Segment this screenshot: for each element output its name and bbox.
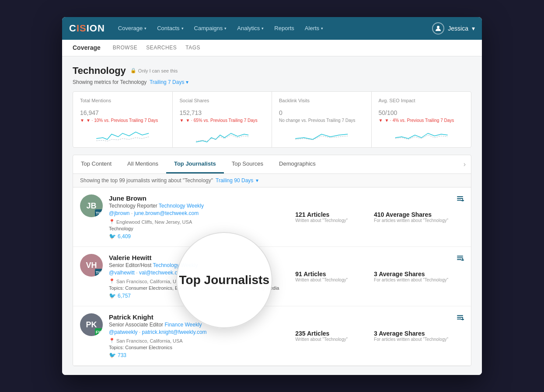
metric-label: Avg. SEO Impact	[379, 98, 464, 103]
dropdown-arrow-icon[interactable]: ▾	[256, 177, 258, 184]
journalist-contact: @patweekly · patrick.knight@fweekly.com	[109, 329, 295, 335]
subnav-tags[interactable]: TAGS	[185, 43, 200, 52]
journalist-location: 📍 Englewood Cliffs, New Jersey, USA	[109, 219, 295, 225]
articles-stat: 91 Articles Written about "Technology"	[295, 271, 348, 282]
twitter-followers: 6,757	[118, 293, 131, 299]
metrics-filter: Showing metrics for Technology Trailing …	[73, 79, 471, 85]
svg-rect-3	[457, 200, 461, 201]
scroll-right-icon[interactable]: ›	[458, 155, 471, 173]
tab-top-journalists[interactable]: Top Journalists	[166, 155, 224, 173]
svg-rect-5	[461, 200, 464, 201]
journalist-twitter: 🐦 6,409	[109, 233, 295, 239]
metric-value: 16,947	[80, 105, 165, 118]
twitter-icon: 🐦	[109, 292, 116, 299]
location-icon: 📍	[109, 278, 115, 284]
journalist-role: Senior Editor/Host Technology Weekly	[109, 262, 295, 268]
journalists-list: JB TW June Brown Technology Reporter Tec…	[73, 187, 471, 366]
metric-value: 50/100	[379, 105, 464, 118]
publication-link[interactable]: Technology Weekly	[153, 262, 198, 268]
mini-chart-mentions	[80, 125, 165, 143]
journalist-name: Patrick Knight	[109, 313, 295, 321]
journalist-contact: @valhewitt · val@techweek.com	[109, 270, 295, 276]
nav-analytics[interactable]: Analytics ▾	[233, 22, 268, 34]
metric-value: 152,713	[180, 105, 265, 118]
publication-badge: TW	[95, 209, 103, 217]
metric-change: ▼ ▼ · 65% vs. Previous Trailing 7 Days	[180, 118, 265, 123]
shares-desc: For articles written about "Technology"	[374, 337, 448, 342]
twitter-followers: 733	[118, 352, 126, 358]
svg-rect-12	[457, 317, 463, 318]
nav-coverage[interactable]: Coverage ▾	[114, 22, 151, 34]
chevron-down-icon: ▾	[224, 26, 227, 31]
metric-change: ▼ ▼ · 10% vs. Previous Trailing 7 Days	[80, 118, 165, 123]
nav-contacts[interactable]: Contacts ▾	[153, 22, 188, 34]
publication-badge: TW	[95, 269, 103, 277]
twitter-handle-link[interactable]: @valhewitt	[109, 270, 135, 276]
main-nav: CISION Coverage ▾ Contacts ▾ Campaigns ▾…	[62, 17, 482, 40]
articles-stat: 235 Articles Written about "Technology"	[295, 330, 348, 342]
private-label: Only I can see this	[138, 68, 178, 73]
twitter-handle-link[interactable]: @patweekly	[109, 329, 138, 335]
nav-campaigns[interactable]: Campaigns ▾	[190, 22, 231, 34]
articles-desc: Written about "Technology"	[295, 278, 348, 282]
metric-label: Total Mentions	[80, 98, 165, 103]
svg-rect-11	[457, 315, 463, 316]
email-link[interactable]: june.brown@techweek.com	[134, 210, 199, 216]
email-link[interactable]: patrick.knight@fweekly.com	[142, 329, 207, 335]
tab-demographics[interactable]: Demographics	[271, 155, 324, 173]
metric-backlink-visits: Backlink Visits 0 No change vs. Previous…	[272, 92, 372, 148]
dropdown-arrow-icon[interactable]: ▾	[186, 79, 188, 85]
tab-top-sources[interactable]: Top Sources	[224, 155, 271, 173]
subnav-searches[interactable]: SEARCHES	[146, 43, 177, 52]
journalist-item: JB TW June Brown Technology Reporter Tec…	[73, 187, 471, 247]
journalist-info: June Brown Technology Reporter Technolog…	[109, 194, 295, 239]
metric-social-shares: Social Shares 152,713 ▼ ▼ · 65% vs. Prev…	[173, 92, 272, 148]
user-menu[interactable]: Jessica ▾	[432, 22, 475, 35]
filter-text: Showing the top 99 journalists writing a…	[80, 177, 213, 184]
metric-neutral: No change vs. Previous Trailing 7 Days	[279, 118, 364, 123]
logo[interactable]: CISION	[69, 23, 105, 34]
nav-alerts[interactable]: Alerts ▾	[300, 22, 328, 34]
tab-top-content[interactable]: Top Content	[73, 155, 119, 173]
journalist-topics: Technology	[109, 226, 295, 231]
publication-link[interactable]: Finance Weekly	[164, 322, 202, 328]
user-avatar-icon	[432, 22, 444, 35]
articles-desc: Written about "Technology"	[295, 218, 348, 223]
down-arrow-icon: ▼	[80, 118, 84, 123]
add-to-list-button[interactable]	[456, 194, 464, 202]
articles-desc: Written about "Technology"	[295, 337, 348, 342]
down-arrow-icon: ▼	[379, 118, 383, 123]
private-badge: 🔒 Only I can see this	[130, 68, 178, 73]
mini-chart-backlink	[279, 125, 364, 143]
twitter-handle-link[interactable]: @jbrown	[109, 210, 130, 216]
tabs-header: Top Content All Mentions Top Journalists…	[73, 155, 471, 174]
publication-link[interactable]: Technology Weekly	[159, 203, 204, 209]
add-to-list-button[interactable]	[456, 313, 464, 321]
down-arrow-icon: ▼	[180, 118, 184, 123]
email-link[interactable]: val@techweek.com	[139, 270, 185, 276]
metric-value: 0	[279, 105, 364, 118]
subnav-browse[interactable]: BROWSE	[113, 43, 137, 52]
metric-label: Social Shares	[180, 98, 265, 103]
svg-rect-1	[457, 196, 463, 197]
nav-reports[interactable]: Reports	[270, 22, 299, 34]
shares-desc: For articles written about "Technology"	[374, 278, 448, 282]
mini-chart-shares	[180, 125, 265, 143]
tab-all-mentions[interactable]: All Mentions	[119, 155, 166, 173]
svg-rect-8	[457, 259, 461, 260]
tabs-sub-filter: Showing the top 99 journalists writing a…	[73, 174, 471, 187]
username-label: Jessica	[448, 25, 468, 32]
journalist-info: Valerie Hewitt Senior Editor/Host Techno…	[109, 254, 295, 299]
articles-stat: 121 Articles Written about "Technology"	[295, 211, 348, 223]
add-to-list-button[interactable]	[456, 254, 464, 262]
browser-window: CISION Coverage ▾ Contacts ▾ Campaigns ▾…	[62, 17, 482, 375]
time-filter-link[interactable]: Trailing 7 Days	[150, 79, 185, 85]
location-icon: 📍	[109, 338, 115, 343]
time-filter-90-link[interactable]: Trailing 90 Days	[216, 177, 253, 184]
journalist-avatar: PK FW	[80, 313, 103, 336]
twitter-icon: 🐦	[109, 233, 116, 239]
shares-number: 410 Average Shares	[374, 211, 448, 218]
journalist-topics: Topics: Consumer Electronics, E-Commerce…	[109, 285, 295, 291]
journalist-role: Technology Reporter Technology Weekly	[109, 203, 295, 209]
twitter-followers: 6,409	[118, 233, 131, 239]
